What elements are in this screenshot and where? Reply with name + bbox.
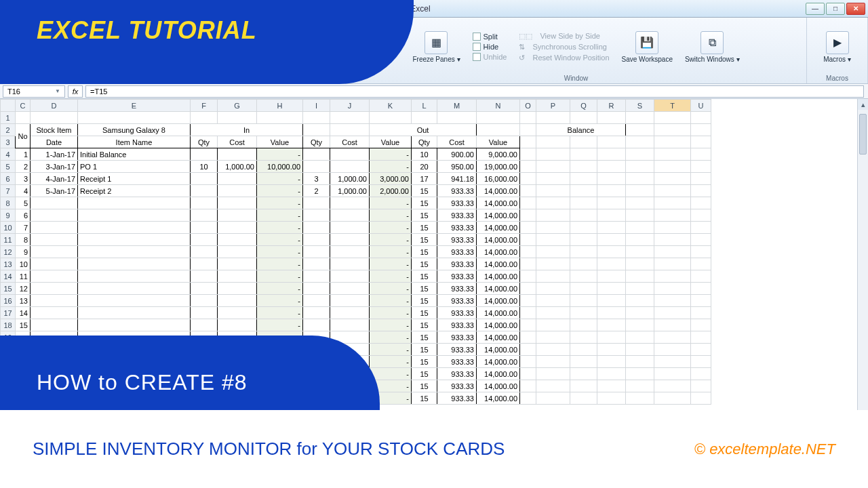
cell[interactable]: 950.00 — [437, 161, 477, 173]
cell[interactable] — [654, 331, 691, 344]
cell[interactable] — [16, 380, 31, 392]
cell[interactable] — [477, 112, 520, 124]
cell[interactable]: - — [370, 148, 412, 161]
cell[interactable]: 933.33 — [437, 295, 477, 307]
cell[interactable] — [16, 392, 31, 405]
cell[interactable]: 15 — [412, 197, 437, 209]
cell[interactable]: 14,000.00 — [477, 380, 520, 392]
cell[interactable] — [412, 112, 437, 124]
cell[interactable] — [654, 368, 691, 380]
cell[interactable] — [330, 234, 370, 246]
cell[interactable] — [691, 148, 711, 161]
cell[interactable] — [691, 331, 711, 344]
column-header[interactable]: Q — [570, 100, 597, 112]
cell[interactable] — [330, 307, 370, 319]
cell[interactable]: - — [370, 161, 412, 173]
cell[interactable] — [31, 319, 78, 331]
cell[interactable] — [78, 356, 191, 368]
cell[interactable] — [520, 319, 536, 331]
cell[interactable] — [654, 173, 691, 185]
cell[interactable]: 933.33 — [437, 380, 477, 392]
cell[interactable] — [654, 344, 691, 356]
row-header[interactable]: 16 — [1, 295, 16, 307]
cell[interactable]: 14,000.00 — [477, 209, 520, 222]
switch-windows-button[interactable]: ⧉ Switch Windows ▾ — [685, 31, 740, 63]
cell[interactable] — [654, 124, 691, 136]
row-header[interactable]: 19 — [1, 331, 16, 344]
row-header[interactable]: 2 — [1, 124, 16, 136]
cell[interactable]: - — [370, 222, 412, 234]
cell[interactable] — [520, 307, 536, 319]
cell[interactable] — [330, 161, 370, 173]
cell[interactable] — [570, 185, 597, 197]
cell[interactable]: 14,000.00 — [477, 356, 520, 368]
cell[interactable]: - — [257, 283, 303, 295]
cell[interactable] — [520, 246, 536, 258]
cell[interactable] — [597, 185, 626, 197]
cell[interactable]: Receipt 1 — [78, 173, 191, 185]
cell[interactable] — [570, 392, 597, 405]
formula-input[interactable]: =T15 — [85, 85, 864, 98]
cell[interactable] — [626, 319, 654, 331]
cell[interactable]: 6 — [16, 209, 31, 222]
cell[interactable]: Initial Balance — [78, 148, 191, 161]
cell[interactable] — [218, 197, 257, 209]
cell[interactable]: 14,000.00 — [477, 283, 520, 295]
cell[interactable]: 933.33 — [437, 368, 477, 380]
cell[interactable] — [31, 392, 78, 405]
cell[interactable] — [31, 209, 78, 222]
cell[interactable]: - — [370, 307, 412, 319]
cell[interactable] — [654, 246, 691, 258]
cell[interactable] — [31, 246, 78, 258]
cell[interactable] — [520, 136, 536, 148]
cell[interactable] — [536, 148, 570, 161]
cell[interactable] — [570, 148, 597, 161]
cell[interactable] — [218, 270, 257, 283]
name-box[interactable]: T16 ▼ — [3, 85, 65, 98]
cell[interactable] — [218, 258, 257, 270]
cell[interactable] — [654, 209, 691, 222]
cell[interactable] — [78, 209, 191, 222]
cell[interactable] — [536, 161, 570, 173]
cell[interactable] — [626, 161, 654, 173]
cell[interactable] — [191, 392, 218, 405]
cell[interactable] — [218, 112, 257, 124]
cell[interactable] — [191, 270, 218, 283]
cell[interactable]: 14,000.00 — [477, 197, 520, 209]
cell[interactable]: 5 — [16, 197, 31, 209]
cell[interactable]: 14,000.00 — [477, 222, 520, 234]
cell[interactable] — [597, 295, 626, 307]
cell[interactable] — [654, 258, 691, 270]
cell[interactable] — [536, 112, 570, 124]
cell[interactable] — [16, 368, 31, 380]
cell[interactable] — [691, 270, 711, 283]
cell[interactable] — [330, 380, 370, 392]
cell[interactable]: - — [257, 344, 303, 356]
cell[interactable] — [691, 380, 711, 392]
cell[interactable]: - — [370, 258, 412, 270]
cell[interactable]: - — [257, 246, 303, 258]
cell[interactable] — [597, 270, 626, 283]
cell[interactable] — [31, 344, 78, 356]
cell[interactable] — [626, 380, 654, 392]
cell[interactable]: 933.33 — [437, 392, 477, 405]
row-header[interactable]: 6 — [1, 173, 16, 185]
cell[interactable]: Cost — [218, 136, 257, 148]
cell[interactable] — [218, 331, 257, 344]
cell[interactable]: Value — [370, 136, 412, 148]
cell[interactable] — [191, 344, 218, 356]
cell[interactable]: Qty — [303, 136, 330, 148]
sync-scroll-button[interactable]: ⇅ Synchronous Scrolling — [519, 43, 609, 52]
cell[interactable]: 4 — [16, 185, 31, 197]
cell[interactable] — [570, 380, 597, 392]
cell[interactable] — [330, 209, 370, 222]
cell[interactable] — [78, 331, 191, 344]
cell[interactable] — [303, 380, 330, 392]
cell[interactable] — [691, 392, 711, 405]
cell[interactable] — [330, 124, 370, 136]
cell-grid[interactable]: CDEFGHIJKLMNOPQRSTU12NoStock ItemSamsung… — [0, 99, 711, 405]
cell[interactable] — [570, 331, 597, 344]
cell[interactable]: - — [370, 356, 412, 368]
cell[interactable]: - — [257, 380, 303, 392]
vertical-scrollbar[interactable]: ▴ ▾ — [857, 99, 868, 488]
